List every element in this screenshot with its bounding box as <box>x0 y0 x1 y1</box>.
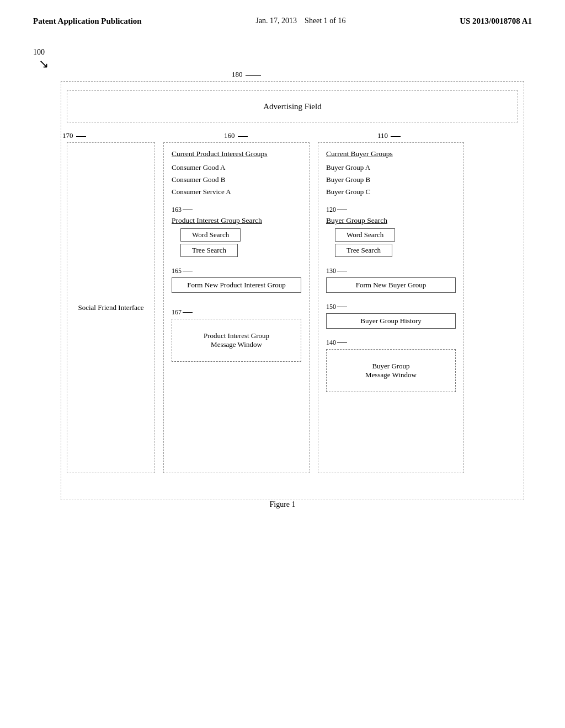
buyer-item-1: Buyer Group A <box>326 162 456 174</box>
figure-caption-text: Figure 1 <box>269 500 295 508</box>
ref-167-row: 167 <box>172 308 301 317</box>
ref-165-text: 165 <box>172 267 182 275</box>
ref-167-text: 167 <box>172 308 182 317</box>
main-outer-box: Advertising Field 170 160 110 Social Fri… <box>61 81 524 500</box>
ref-170-text: 170 <box>62 131 73 140</box>
buyer-message-window-box: Buyer Group Message Window <box>326 349 456 392</box>
product-interest-group-search-label: Product Interest Group Search <box>172 216 301 225</box>
buyer-group-search-label: Buyer Group Search <box>326 216 456 225</box>
ref-150-row: 150 <box>326 303 456 311</box>
product-item-3: Consumer Service A <box>172 186 301 198</box>
ref-110-text: 110 <box>377 131 388 140</box>
tree-search-1-label: Tree Search <box>180 244 238 257</box>
buyer-msg-line2: Message Window <box>365 371 417 379</box>
product-search-section: 163 Product Interest Group Search Word S… <box>172 206 301 257</box>
label-100: 100 <box>33 48 45 57</box>
advertising-field-label: Advertising Field <box>263 102 321 111</box>
ref-140-row: 140 <box>326 339 456 347</box>
product-item-2: Consumer Good B <box>172 174 301 186</box>
word-search-1-label: Word Search <box>180 228 241 242</box>
word-search-1-box[interactable]: Word Search <box>180 228 301 242</box>
product-item-1: Consumer Good A <box>172 162 301 174</box>
label-170: 170 <box>62 131 86 140</box>
ref-130-row: 130 <box>326 267 456 275</box>
buyer-list: Buyer Group A Buyer Group B Buyer Group … <box>326 162 456 198</box>
patent-number: US 2013/0018708 A1 <box>460 17 532 25</box>
right-panel: Current Buyer Groups Buyer Group A Buyer… <box>318 142 464 473</box>
product-message-window-section: 167 Product Interest Group Message Windo… <box>172 308 301 362</box>
advertising-field-box: Advertising Field <box>67 90 518 122</box>
current-product-interest-groups-heading: Current Product Interest Groups <box>172 149 301 158</box>
publication-label: Patent Application Publication <box>33 17 142 25</box>
product-interest-groups-section: Current Product Interest Groups Consumer… <box>172 149 301 198</box>
tree-search-2-box[interactable]: Tree Search <box>335 244 456 257</box>
buyer-msg-line1: Buyer Group <box>372 362 409 370</box>
word-search-2-label: Word Search <box>335 228 395 242</box>
form-new-buyer-group-box[interactable]: Form New Buyer Group <box>326 277 456 293</box>
product-list: Consumer Good A Consumer Good B Consumer… <box>172 162 301 198</box>
ref-130-text: 130 <box>326 267 336 275</box>
buyer-group-history-box[interactable]: Buyer Group History <box>326 313 456 329</box>
social-friend-label: Social Friend Interface <box>78 303 143 312</box>
label-180: 180 <box>232 70 261 79</box>
sheet-label: Sheet 1 of 16 <box>305 17 345 25</box>
buyer-message-window-section: 140 Buyer Group Message Window <box>326 339 456 392</box>
figure-caption: Figure 1 <box>0 500 565 509</box>
tree-search-2-label: Tree Search <box>335 244 392 257</box>
date-label: Jan. 17, 2013 <box>255 17 297 25</box>
buyer-item-3: Buyer Group C <box>326 186 456 198</box>
header-left: Patent Application Publication <box>33 17 142 26</box>
header-center: Jan. 17, 2013 Sheet 1 of 16 <box>255 17 345 25</box>
ref-140-text: 140 <box>326 339 336 347</box>
buyer-group-history-label: Buyer Group History <box>326 313 456 329</box>
form-new-product-interest-group-box[interactable]: Form New Product Interest Group <box>172 277 301 293</box>
header-right: US 2013/0018708 A1 <box>460 17 532 26</box>
ref-100-text: 100 <box>33 48 45 56</box>
buyer-search-section: 120 Buyer Group Search Word Search Tree … <box>326 206 456 257</box>
product-message-window-box: Product Interest Group Message Window <box>172 319 301 362</box>
page-header: Patent Application Publication Jan. 17, … <box>0 0 565 37</box>
ref-120-text: 120 <box>326 206 336 214</box>
form-new-product-label: Form New Product Interest Group <box>172 277 301 293</box>
buyer-groups-section: Current Buyer Groups Buyer Group A Buyer… <box>326 149 456 198</box>
ref-163-row: 163 <box>172 206 301 214</box>
label-110: 110 <box>377 131 401 140</box>
word-search-2-box[interactable]: Word Search <box>335 228 456 242</box>
ref-163-text: 163 <box>172 206 182 214</box>
arrow-100-icon: ↘ <box>39 57 49 71</box>
current-buyer-groups-heading: Current Buyer Groups <box>326 149 456 158</box>
social-friend-interface-panel: Social Friend Interface <box>67 142 155 473</box>
ref-120-row: 120 <box>326 206 456 214</box>
ref-150-text: 150 <box>326 303 336 311</box>
form-new-buyer-section: 130 Form New Buyer Group <box>326 267 456 293</box>
buyer-item-2: Buyer Group B <box>326 174 456 186</box>
ref-180-text: 180 <box>232 70 243 78</box>
product-msg-line2: Message Window <box>211 340 262 349</box>
ref-160-text: 160 <box>224 131 235 140</box>
middle-panel: Current Product Interest Groups Consumer… <box>163 142 310 473</box>
product-msg-line1: Product Interest Group <box>204 331 269 340</box>
form-new-product-section: 165 Form New Product Interest Group <box>172 267 301 293</box>
ref-165-row: 165 <box>172 267 301 275</box>
form-new-buyer-label: Form New Buyer Group <box>326 277 456 293</box>
tree-search-1-box[interactable]: Tree Search <box>180 244 301 257</box>
buyer-group-history-section: 150 Buyer Group History <box>326 303 456 329</box>
label-160: 160 <box>224 131 248 140</box>
